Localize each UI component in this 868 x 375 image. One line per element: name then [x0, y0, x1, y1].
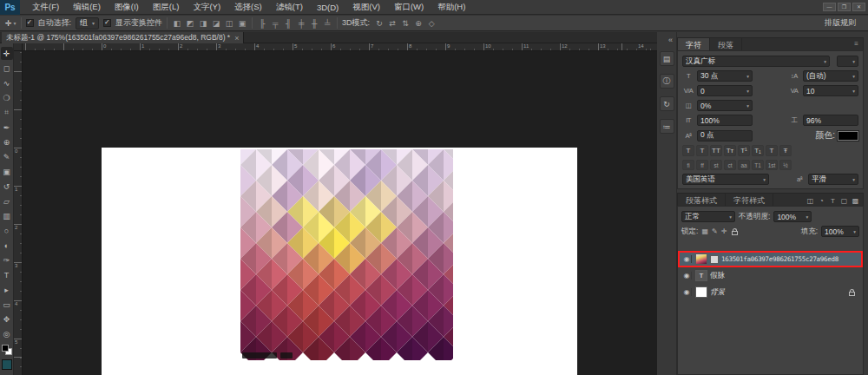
text-style-button[interactable]: Tт [724, 145, 736, 156]
lock-position-icon[interactable]: ✛ [721, 227, 727, 235]
text-style-button[interactable]: T [696, 145, 708, 156]
lasso-tool[interactable]: ∿ [1, 76, 13, 89]
text-style-button[interactable]: TT [710, 145, 722, 156]
align-icon[interactable]: ◨ [198, 19, 208, 28]
foreground-color-swatch[interactable] [2, 345, 9, 352]
distribute-icon[interactable]: ╤ [270, 19, 280, 28]
visibility-eye-icon[interactable]: ◉ [682, 288, 692, 296]
text-style-button[interactable]: T [766, 145, 778, 156]
baseline-shift-field[interactable]: 0 点 [697, 130, 753, 141]
tab-close-icon[interactable]: × [234, 34, 239, 43]
text-color-swatch[interactable] [838, 131, 858, 141]
crop-tool[interactable]: ⌗ [1, 106, 13, 119]
opentype-button[interactable]: ½ [779, 160, 792, 170]
opentype-button[interactable]: st [710, 160, 722, 170]
3d-mode-icon[interactable]: ↻ [374, 19, 385, 28]
panel-menu-icon[interactable]: ≡ [850, 38, 863, 50]
3d-mode-icon[interactable]: ◇ [426, 19, 437, 28]
font-style-dropdown[interactable]: ▾ [837, 56, 858, 67]
3d-mode-icon[interactable]: ⇅ [400, 19, 411, 28]
document-canvas[interactable] [102, 148, 577, 375]
blur-tool[interactable]: ○ [1, 224, 13, 237]
menu-item[interactable]: 图层(L) [146, 2, 187, 13]
font-size-field[interactable]: 30 点▾ [697, 70, 753, 82]
healing-brush-tool[interactable]: ⊕ [1, 135, 13, 148]
auto-select-dropdown[interactable]: 组 ▾ [76, 17, 99, 30]
filter-shape-layers-icon[interactable]: ▢ [839, 197, 849, 205]
leading-field[interactable]: (自动)▾ [803, 70, 858, 82]
align-icon[interactable]: ◪ [211, 19, 221, 28]
menu-item[interactable]: 滤镜(T) [269, 2, 310, 13]
path-select-tool[interactable]: ▸ [1, 283, 13, 296]
tab-paragraph[interactable]: 段落 [710, 38, 742, 50]
vertical-scale-field[interactable]: 100% [697, 115, 753, 126]
menu-item[interactable]: 编辑(E) [66, 2, 108, 13]
distribute-icon[interactable]: ╢ [283, 19, 293, 28]
menu-item[interactable]: 3D(D) [310, 3, 345, 12]
menu-item[interactable]: 窗口(W) [387, 2, 431, 13]
text-style-button[interactable]: T¹ [738, 145, 750, 156]
info-panel-icon[interactable]: ⓘ [660, 74, 674, 89]
visibility-eye-icon[interactable]: ◉ [682, 255, 692, 263]
kerning-field[interactable]: 0▾ [697, 85, 753, 96]
opentype-button[interactable]: ff [696, 160, 708, 170]
workspace-switcher[interactable]: 排版规则 [818, 17, 863, 29]
horizontal-ruler[interactable]: 01234567891011121314 [23, 43, 657, 51]
menu-item[interactable]: 图像(I) [108, 2, 146, 13]
filter-pixel-layers-icon[interactable]: ◫ [806, 197, 815, 205]
lock-transparency-icon[interactable]: ▦ [701, 227, 708, 235]
swatches-panel-icon[interactable]: ▤ [660, 51, 674, 66]
menu-item[interactable]: 文字(Y) [186, 2, 227, 13]
language-dropdown[interactable]: 美国英语▾ [682, 174, 769, 185]
gradient-tool[interactable]: ▥ [1, 209, 13, 222]
quick-select-tool[interactable]: ❍ [1, 91, 13, 104]
properties-panel-icon[interactable]: ≔ [660, 119, 674, 134]
distribute-icon[interactable]: ╫ [309, 19, 319, 28]
3d-mode-icon[interactable]: ⊕ [413, 19, 424, 28]
diamond-pattern-image[interactable] [240, 149, 453, 360]
filter-type-layers-icon[interactable]: T [828, 197, 838, 205]
horizontal-scale-field[interactable]: 96% [803, 115, 858, 126]
text-style-button[interactable]: Ŧ [779, 145, 792, 156]
show-transform-checkbox[interactable] [103, 19, 111, 27]
align-icon[interactable]: ◫ [224, 19, 234, 28]
layer-row[interactable]: ◉T假脉 [678, 267, 863, 284]
text-style-button[interactable]: T₁ [752, 145, 764, 156]
close-button[interactable]: ✕ [852, 3, 865, 11]
vertical-ruler[interactable]: 012345 [14, 51, 23, 375]
hand-tool[interactable]: ✥ [1, 312, 13, 326]
distribute-icon[interactable]: ╪ [296, 19, 306, 28]
align-icon[interactable]: ▣ [237, 19, 247, 28]
tool-preset-picker[interactable]: ✛ ▾ [5, 19, 16, 28]
menu-item[interactable]: 帮助(H) [431, 2, 472, 13]
filter-adjustment-layers-icon[interactable]: ◔ [817, 197, 826, 205]
eyedropper-tool[interactable]: ✒ [1, 121, 13, 134]
opentype-button[interactable]: T1 [752, 160, 764, 170]
move-tool[interactable]: ✛ [1, 47, 13, 60]
restore-button[interactable]: ❐ [838, 3, 851, 11]
menu-item[interactable]: 文件(F) [25, 2, 66, 13]
layer-row[interactable]: ◉163501fa06397e986261755c27a96ed8 [678, 251, 863, 267]
opentype-button[interactable]: fi [682, 160, 694, 170]
dodge-tool[interactable]: ◐ [1, 239, 13, 252]
blend-mode-dropdown[interactable]: 正常▾ [681, 211, 735, 222]
opentype-button[interactable]: aa [738, 160, 750, 170]
menu-item[interactable]: 视图(V) [345, 2, 387, 13]
distribute-icon[interactable]: ╧ [322, 19, 332, 28]
fill-field[interactable]: 100%▾ [821, 226, 859, 237]
filter-smart-objects-icon[interactable]: ▩ [851, 197, 860, 205]
zoom-tool[interactable]: ◎ [1, 327, 13, 340]
clone-stamp-tool[interactable]: ▣ [1, 165, 13, 178]
opacity-field[interactable]: 100%▾ [773, 211, 812, 222]
auto-select-checkbox[interactable] [26, 19, 34, 27]
align-icon[interactable]: ◩ [185, 19, 195, 28]
menu-item[interactable]: 选择(S) [227, 2, 269, 13]
minimize-button[interactable]: — [823, 3, 836, 11]
font-family-dropdown[interactable]: 汉真广标 ▾ [682, 56, 830, 67]
antialias-dropdown[interactable]: 平滑▾ [808, 174, 858, 185]
pen-tool[interactable]: ✑ [1, 253, 13, 266]
tab-character[interactable]: 字符 [678, 38, 710, 50]
document-tab[interactable]: 未标题-1 @ 175%(163501fa06397e986261755c27a… [2, 32, 244, 43]
eraser-tool[interactable]: ▱ [1, 194, 13, 207]
distribute-icon[interactable]: ╟ [257, 19, 267, 28]
